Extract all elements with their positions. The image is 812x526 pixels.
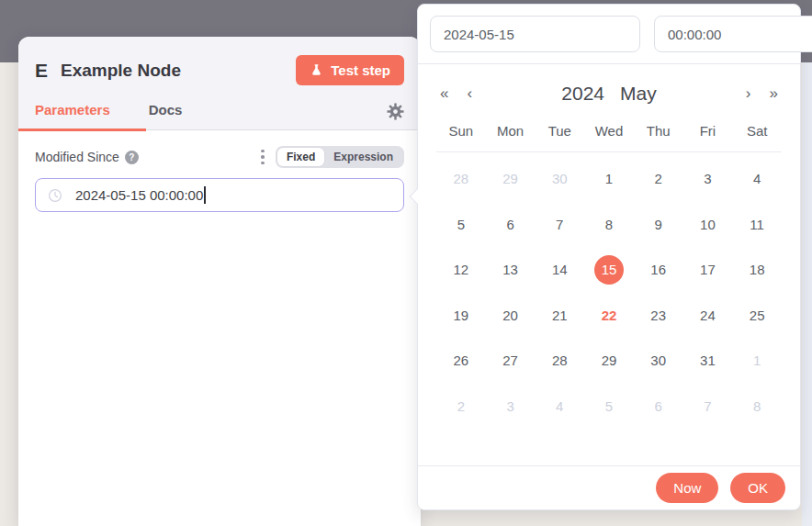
- calendar-day[interactable]: 30: [535, 156, 584, 202]
- calendar-day[interactable]: 31: [683, 338, 733, 384]
- gear-icon[interactable]: [387, 103, 404, 129]
- datetime-parameter-value: 2024-05-15 00:00:00: [75, 187, 203, 203]
- fixed-expression-toggle: Fixed Expression: [276, 146, 404, 168]
- now-button[interactable]: Now: [656, 473, 718, 503]
- calendar-day[interactable]: 2: [634, 156, 683, 202]
- node-panel-header: E Example Node Test step Parameters Docs: [18, 37, 421, 130]
- calendar-day[interactable]: 23: [634, 293, 683, 339]
- weekday-label: Sun: [436, 123, 486, 151]
- tab-parameters[interactable]: Parameters: [35, 102, 110, 129]
- calendar-day[interactable]: 10: [683, 202, 733, 248]
- calendar-day[interactable]: 14: [535, 247, 584, 293]
- parameter-options-icon[interactable]: [259, 148, 266, 167]
- calendar-day[interactable]: 7: [683, 384, 733, 430]
- calendar-day-selected[interactable]: 15: [584, 247, 634, 293]
- calendar-day[interactable]: 29: [584, 338, 634, 384]
- calendar-day[interactable]: 11: [732, 202, 782, 248]
- calendar-day[interactable]: 6: [634, 384, 683, 430]
- active-tab-underline: [18, 129, 146, 131]
- weekday-label: Wed: [584, 123, 634, 151]
- weekday-label: Sat: [732, 123, 782, 151]
- calendar-day[interactable]: 3: [683, 156, 733, 202]
- toggle-option-fixed[interactable]: Fixed: [277, 148, 324, 166]
- calendar-day[interactable]: 8: [732, 384, 782, 430]
- month-label[interactable]: May: [620, 83, 657, 105]
- datetime-parameter-input[interactable]: 2024-05-15 00:00:00: [35, 178, 404, 212]
- test-step-label: Test step: [331, 62, 390, 78]
- calendar-day[interactable]: 27: [486, 338, 536, 384]
- calendar-day[interactable]: 19: [436, 293, 486, 339]
- weekday-label: Tue: [535, 123, 584, 151]
- weekday-label: Fri: [683, 123, 733, 151]
- calendar-day[interactable]: 20: [486, 293, 536, 339]
- tab-docs[interactable]: Docs: [149, 102, 183, 129]
- prev-year-button[interactable]: «: [440, 84, 448, 103]
- calendar-day[interactable]: 18: [732, 247, 782, 293]
- calendar-day-today[interactable]: 22: [584, 293, 634, 339]
- background-right-strip: [802, 62, 812, 526]
- weekday-label: Thu: [634, 123, 683, 151]
- calendar-day[interactable]: 12: [436, 247, 486, 293]
- calendar-day[interactable]: 28: [436, 156, 486, 202]
- calendar-day[interactable]: 6: [486, 202, 536, 248]
- node-icon: E: [35, 60, 48, 82]
- parameter-label: Modified Since: [35, 150, 119, 164]
- datetime-picker-popup: « ‹ 2024 May › » SunMonTueWedThuFriSat 2…: [417, 4, 801, 510]
- weekday-header-row: SunMonTueWedThuFriSat: [436, 123, 782, 151]
- calendar-day[interactable]: 13: [486, 247, 536, 293]
- calendar-day[interactable]: 30: [634, 338, 683, 384]
- calendar-day[interactable]: 5: [436, 202, 486, 248]
- picker-footer: Now OK: [418, 465, 800, 509]
- calendar-day[interactable]: 17: [683, 247, 733, 293]
- node-title: Example Node: [61, 61, 296, 81]
- toggle-option-expression[interactable]: Expression: [324, 148, 402, 166]
- next-month-button[interactable]: ›: [746, 84, 751, 103]
- calendar-day[interactable]: 9: [634, 202, 683, 248]
- calendar-day[interactable]: 16: [634, 247, 683, 293]
- node-detail-panel: E Example Node Test step Parameters Docs: [18, 37, 421, 526]
- flask-icon: [310, 63, 323, 77]
- calendar-day[interactable]: 5: [584, 384, 634, 430]
- calendar-grid: 2829301234567891011121314151617181920212…: [436, 156, 782, 429]
- text-caret: [204, 186, 206, 204]
- calendar-day[interactable]: 25: [732, 293, 782, 339]
- test-step-button[interactable]: Test step: [296, 55, 404, 85]
- calendar-day[interactable]: 26: [436, 338, 486, 384]
- calendar-day[interactable]: 4: [535, 384, 584, 430]
- calendar-day[interactable]: 21: [535, 293, 584, 339]
- picker-time-input[interactable]: [654, 16, 812, 52]
- calendar-day[interactable]: 2: [436, 384, 486, 430]
- calendar-day[interactable]: 3: [486, 384, 536, 430]
- calendar-day[interactable]: 28: [535, 338, 584, 384]
- ok-button[interactable]: OK: [730, 473, 785, 503]
- help-icon[interactable]: ?: [125, 151, 139, 164]
- next-year-button[interactable]: »: [770, 84, 778, 103]
- calendar-day[interactable]: 1: [584, 156, 634, 202]
- calendar-day[interactable]: 7: [535, 202, 584, 248]
- calendar-day[interactable]: 24: [683, 293, 733, 339]
- calendar-day[interactable]: 8: [584, 202, 634, 248]
- calendar-day[interactable]: 4: [732, 156, 782, 202]
- year-label[interactable]: 2024: [561, 83, 604, 105]
- clock-icon: [48, 188, 62, 203]
- parameters-pane: Modified Since ? Fixed Expression 2024-0…: [18, 130, 421, 228]
- weekday-label: Mon: [486, 123, 536, 151]
- calendar-day[interactable]: 29: [486, 156, 536, 202]
- calendar-day[interactable]: 1: [732, 338, 782, 384]
- picker-date-input[interactable]: [430, 16, 640, 52]
- weekday-divider: [436, 151, 782, 152]
